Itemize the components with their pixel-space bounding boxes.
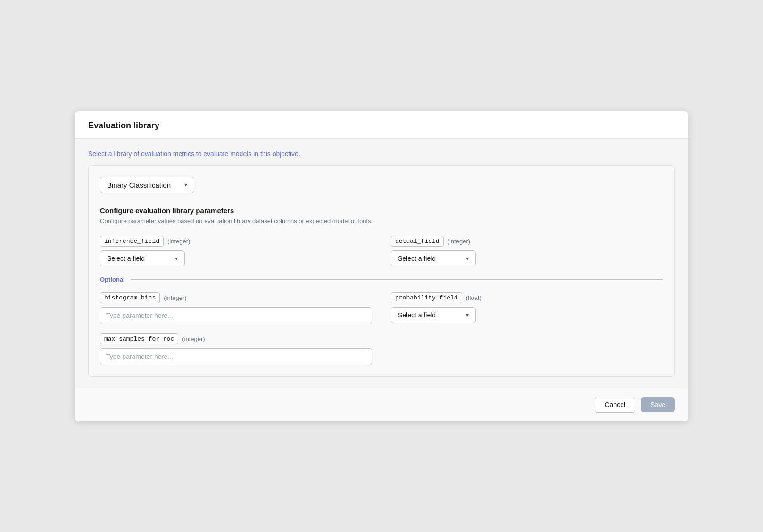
modal-body: Select a library of evaluation metrics t…: [75, 139, 688, 388]
inference-field-label-row: inference_field (integer): [100, 236, 372, 247]
modal-footer: Cancel Save: [75, 388, 688, 421]
optional-divider: Optional: [100, 276, 663, 283]
max-samples-type: (integer): [182, 335, 205, 342]
actual-field-select-label: Select a field: [398, 255, 436, 262]
cancel-button[interactable]: Cancel: [595, 397, 635, 413]
max-samples-input[interactable]: [100, 348, 372, 365]
evaluation-library-modal: Evaluation library Select a library of e…: [75, 111, 688, 421]
actual-field-type: (integer): [448, 238, 470, 245]
library-dropdown-label: Binary Classification: [107, 181, 171, 189]
actual-field-badge: actual_field: [391, 236, 444, 247]
max-samples-group: max_samples_for_roc (integer): [100, 333, 372, 365]
histogram-bins-input[interactable]: [100, 307, 372, 324]
optional-fields-row: histogram_bins (integer) probability_fie…: [100, 292, 663, 324]
probability-field-type: (float): [466, 294, 481, 301]
library-dropdown[interactable]: Binary Classification ▾: [100, 177, 194, 193]
config-section-subtitle: Configure parameter values based on eval…: [100, 217, 663, 224]
description-text: Select a library of evaluation metrics t…: [88, 150, 675, 158]
probability-field-label-row: probability_field (float): [391, 292, 663, 303]
probability-field-badge: probability_field: [391, 292, 462, 303]
histogram-bins-label-row: histogram_bins (integer): [100, 292, 372, 303]
max-samples-badge: max_samples_for_roc: [100, 333, 178, 344]
actual-field-label-row: actual_field (integer): [391, 236, 663, 247]
chevron-down-icon: ▾: [184, 182, 187, 188]
histogram-bins-type: (integer): [164, 294, 186, 301]
required-fields-row: inference_field (integer) Select a field…: [100, 236, 663, 266]
save-button[interactable]: Save: [641, 397, 675, 412]
bottom-fields-row: max_samples_for_roc (integer): [100, 333, 663, 365]
max-samples-label-row: max_samples_for_roc (integer): [100, 333, 372, 344]
optional-label: Optional: [100, 276, 125, 283]
chevron-down-icon: ▾: [466, 255, 469, 262]
chevron-down-icon: ▾: [466, 312, 469, 318]
inference-field-select-label: Select a field: [107, 255, 145, 262]
library-dropdown-row: Binary Classification ▾: [100, 177, 663, 193]
inference-field-select[interactable]: Select a field ▾: [100, 250, 185, 266]
config-card: Binary Classification ▾ Configure evalua…: [88, 165, 675, 377]
inference-field-badge: inference_field: [100, 236, 164, 247]
probability-field-select-label: Select a field: [398, 311, 436, 319]
chevron-down-icon: ▾: [175, 255, 178, 262]
probability-field-select[interactable]: Select a field ▾: [391, 307, 476, 323]
modal-title: Evaluation library: [88, 121, 675, 131]
actual-field-group: actual_field (integer) Select a field ▾: [391, 236, 663, 266]
histogram-bins-badge: histogram_bins: [100, 292, 160, 303]
actual-field-select[interactable]: Select a field ▾: [391, 250, 476, 266]
inference-field-group: inference_field (integer) Select a field…: [100, 236, 372, 266]
inference-field-type: (integer): [167, 238, 190, 245]
empty-column: [391, 333, 663, 365]
config-section-header: Configure evaluation library parameters …: [100, 207, 663, 224]
config-section-title: Configure evaluation library parameters: [100, 207, 663, 215]
histogram-bins-group: histogram_bins (integer): [100, 292, 372, 324]
modal-header: Evaluation library: [75, 111, 688, 139]
probability-field-group: probability_field (float) Select a field…: [391, 292, 663, 324]
